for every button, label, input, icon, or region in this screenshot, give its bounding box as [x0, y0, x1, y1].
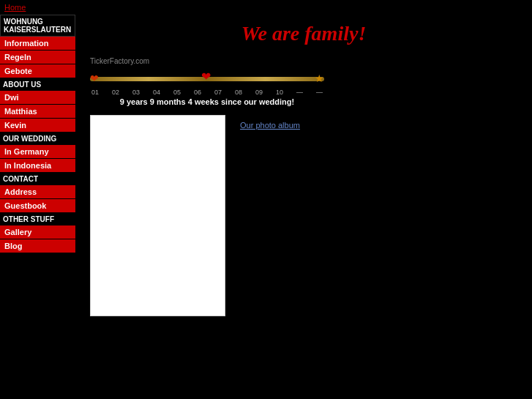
page-title: We are family!: [90, 22, 517, 45]
ticker-area: TickerFactory.com ❤ ❤ ★ 01 02 03 04 05 0…: [90, 57, 517, 106]
sidebar-item-address[interactable]: Address: [0, 185, 75, 199]
ticker-start-icon: ❤: [90, 72, 99, 84]
photo-album-section: Our photo album: [240, 115, 300, 316]
wedding-text: 9 years 9 months 4 weeks since our weddi…: [90, 97, 324, 106]
sidebar-section-contact: CONTACT: [0, 173, 75, 185]
sidebar-item-kevin[interactable]: Kevin: [0, 119, 75, 133]
sidebar-item-regeln[interactable]: Regeln: [0, 51, 75, 64]
home-link[interactable]: Home: [0, 0, 532, 15]
sidebar-item-guestbook[interactable]: Guestbook: [0, 199, 75, 213]
sidebar-item-in-germany[interactable]: In Germany: [0, 145, 75, 159]
sidebar-section-our-wedding: OUR WEDDING: [0, 133, 75, 145]
photo-album-link[interactable]: Our photo album: [240, 121, 300, 130]
sidebar-item-information[interactable]: Information: [0, 37, 75, 51]
ticker-bar: ❤ ❤ ★: [90, 67, 324, 87]
ticker-end-icon: ★: [315, 72, 324, 84]
sidebar-item-gallery[interactable]: Gallery: [0, 225, 75, 239]
sidebar-section-about: ABOUT US: [0, 78, 75, 91]
ticker-numbers: 01 02 03 04 05 06 07 08 09 10 — —: [90, 89, 324, 96]
sidebar-item-matthias[interactable]: Matthias: [0, 105, 75, 119]
sidebar-item-blog[interactable]: Blog: [0, 239, 75, 253]
sidebar-section-wohnung: WOHNUNG KAISERSLAUTERN: [0, 15, 75, 37]
sidebar-item-dwi[interactable]: Dwi: [0, 91, 75, 105]
main-content: We are family! TickerFactory.com ❤ ❤ ★ 0…: [75, 15, 532, 399]
photo-box: [90, 115, 225, 316]
sidebar-item-in-indonesia[interactable]: In Indonesia: [0, 159, 75, 173]
sidebar-section-other-stuff: OTHER STUFF: [0, 213, 75, 225]
ticker-factory-label: TickerFactory.com: [90, 57, 517, 65]
ticker-heart-icon: ❤: [201, 70, 211, 83]
sidebar: WOHNUNG KAISERSLAUTERN Information Regel…: [0, 15, 75, 399]
sidebar-item-gebote[interactable]: Gebote: [0, 64, 75, 78]
content-area: Our photo album: [90, 115, 517, 316]
